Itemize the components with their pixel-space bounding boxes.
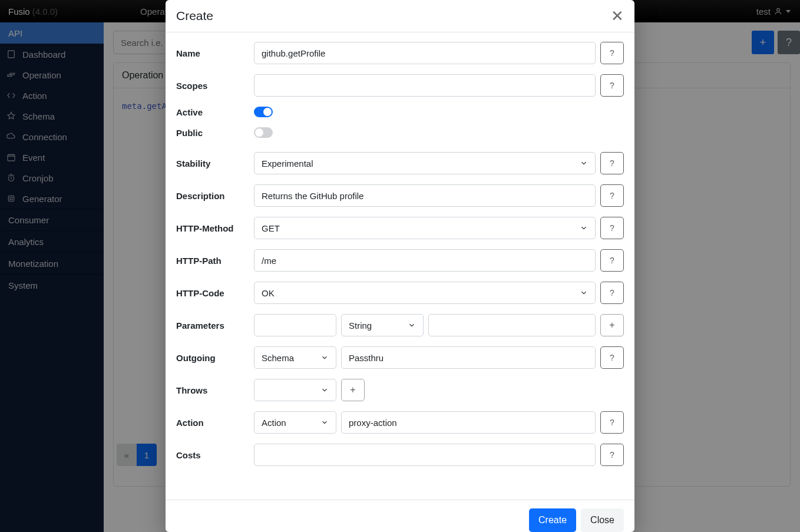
throws-label: Throws xyxy=(176,385,254,395)
active-toggle[interactable] xyxy=(254,107,273,117)
chevron-down-icon xyxy=(580,289,588,297)
parameter-type-select[interactable]: String xyxy=(341,314,424,336)
close-icon[interactable]: ✕ xyxy=(611,8,624,24)
parameter-add-button[interactable]: + xyxy=(600,314,624,336)
name-label: Name xyxy=(176,48,254,58)
description-input[interactable]: Returns the GitHub profile xyxy=(254,184,596,207)
description-label: Description xyxy=(176,191,254,201)
outgoing-input[interactable]: Passthru xyxy=(341,346,596,369)
costs-input[interactable] xyxy=(254,444,596,466)
http-code-label: HTTP-Code xyxy=(176,288,254,298)
http-code-help-button[interactable]: ? xyxy=(600,282,624,304)
scopes-input[interactable] xyxy=(254,74,596,97)
chevron-down-icon xyxy=(320,418,329,427)
outgoing-kind-select[interactable]: Schema xyxy=(254,346,336,369)
http-code-select[interactable]: OK xyxy=(254,282,596,304)
description-help-button[interactable]: ? xyxy=(600,184,624,207)
costs-label: Costs xyxy=(176,450,254,460)
parameter-name-input[interactable] xyxy=(254,314,336,336)
scopes-help-button[interactable]: ? xyxy=(600,74,624,97)
stability-label: Stability xyxy=(176,158,254,168)
action-input[interactable]: proxy-action xyxy=(341,411,596,434)
http-method-help-button[interactable]: ? xyxy=(600,217,624,239)
create-modal: Create ✕ Name github.getProfile ? Scopes… xyxy=(166,0,634,532)
action-label: Action xyxy=(176,418,254,428)
scopes-label: Scopes xyxy=(176,81,254,91)
costs-help-button[interactable]: ? xyxy=(600,444,624,466)
parameters-label: Parameters xyxy=(176,320,254,331)
chevron-down-icon xyxy=(580,159,588,167)
stability-select[interactable]: Experimental xyxy=(254,152,596,174)
close-button[interactable]: Close xyxy=(581,508,624,532)
create-button[interactable]: Create xyxy=(529,508,576,532)
stability-help-button[interactable]: ? xyxy=(600,152,624,174)
public-toggle[interactable] xyxy=(254,127,273,138)
parameter-desc-input[interactable] xyxy=(428,314,596,336)
action-help-button[interactable]: ? xyxy=(600,411,624,434)
chevron-down-icon xyxy=(320,386,329,394)
active-label: Active xyxy=(176,107,254,117)
http-method-select[interactable]: GET xyxy=(254,217,596,239)
http-path-label: HTTP-Path xyxy=(176,256,254,266)
name-input[interactable]: github.getProfile xyxy=(254,42,596,64)
outgoing-label: Outgoing xyxy=(176,353,254,363)
action-kind-select[interactable]: Action xyxy=(254,411,336,434)
public-label: Public xyxy=(176,128,254,138)
outgoing-help-button[interactable]: ? xyxy=(600,346,624,369)
name-help-button[interactable]: ? xyxy=(600,42,624,64)
http-method-label: HTTP-Method xyxy=(176,223,254,233)
http-path-input[interactable]: /me xyxy=(254,249,596,272)
chevron-down-icon xyxy=(408,321,416,329)
http-path-help-button[interactable]: ? xyxy=(600,249,624,272)
chevron-down-icon xyxy=(580,224,588,232)
chevron-down-icon xyxy=(320,353,329,362)
modal-title: Create xyxy=(176,9,213,23)
throws-select[interactable] xyxy=(254,379,336,401)
throws-add-button[interactable]: + xyxy=(341,379,365,401)
